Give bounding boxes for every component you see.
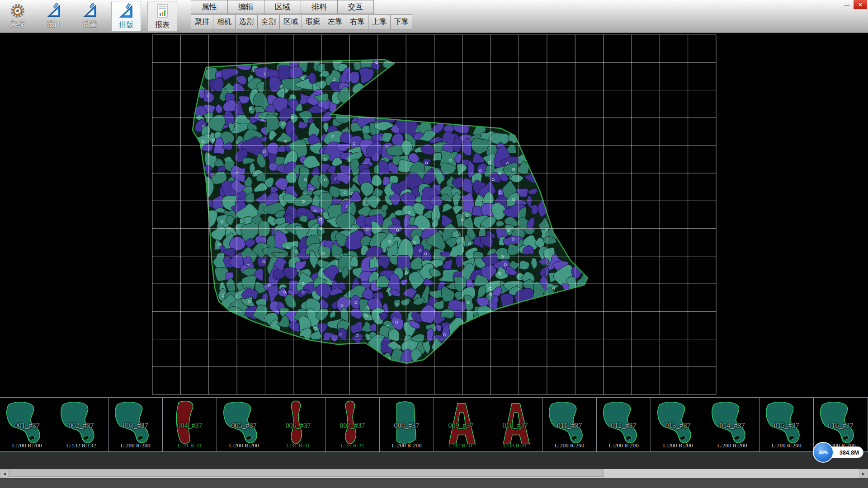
piece-meta: L:31 R:31	[163, 442, 217, 449]
tool-button-3[interactable]: 全割	[257, 14, 279, 29]
gear-icon	[9, 2, 26, 19]
piece-name: 004_#37	[163, 422, 217, 430]
piece-name: 011_#37	[542, 422, 596, 430]
piece-meta: L:31 R:31	[326, 442, 379, 449]
top-toolbar: 系统设计设置排版报表 属性编辑区域排料交互 聚排相机选割全割区域瑕疵左靠右靠上靠…	[0, 0, 868, 33]
piece-meta: L:132 R:132	[54, 442, 108, 449]
toolbar-button-label: 设计	[47, 20, 61, 29]
toolbar-layout-button[interactable]: 排版	[111, 1, 141, 32]
application-window: 系统设计设置排版报表 属性编辑区域排料交互 聚排相机选割全割区域瑕疵左靠右靠上靠…	[0, 0, 868, 488]
piece-name: 016_#37	[814, 422, 868, 430]
report-icon	[154, 3, 171, 20]
piece-name: 010_#37	[488, 422, 542, 430]
piece-cell[interactable]: 013_#37L:200 R:200	[651, 398, 705, 451]
toolbar-button-label: 排版	[119, 20, 133, 30]
piece-cell[interactable]: 006_#37L:31 R:31	[271, 398, 326, 451]
piece-meta: L:200 R:200	[760, 442, 813, 449]
tool-button-5[interactable]: 瑕疵	[302, 14, 324, 29]
piece-name: 006_#37	[271, 422, 325, 430]
piece-meta: L:200 R:200	[542, 442, 596, 449]
piece-name: 013_#37	[651, 422, 705, 430]
memory-usage-value: 384.8M	[840, 449, 859, 456]
status-bar	[0, 452, 868, 469]
piece-name: 009_#37	[434, 422, 488, 430]
piece-name: 003_#37	[108, 422, 162, 430]
minimize-button[interactable]: —	[840, 0, 854, 9]
set-square-icon	[118, 3, 135, 20]
menu-tab-3[interactable]: 排料	[301, 0, 337, 14]
tool-button-9[interactable]: 下靠	[390, 14, 412, 29]
toolbar-design-button[interactable]: 设计	[39, 1, 69, 32]
menu-block: 属性编辑区域排料交互 聚排相机选割全割区域瑕疵左靠右靠上靠下靠	[191, 0, 412, 29]
nesting-canvas[interactable]	[0, 33, 868, 397]
menu-tab-2[interactable]: 区域	[264, 0, 301, 14]
piece-cell[interactable]: 014_#37L:200 R:200	[705, 398, 760, 451]
tool-button-6[interactable]: 左靠	[324, 14, 346, 29]
tool-button-7[interactable]: 右靠	[346, 14, 368, 29]
usage-percent-badge: 38%	[813, 442, 834, 463]
piece-cell[interactable]: 002_#37L:132 R:132	[54, 398, 108, 451]
toolbar-button-label: 报表	[155, 20, 170, 30]
piece-meta: L:200 R:200	[108, 442, 162, 449]
scroll-right-arrow-icon[interactable]: ►	[859, 469, 868, 478]
toolbar-button-label: 设置	[83, 20, 97, 29]
toolbar-button-label: 系统	[10, 20, 25, 29]
piece-meta: L:200 R:200	[217, 442, 271, 449]
piece-cell[interactable]: 015_#37L:200 R:200	[760, 398, 814, 451]
tool-button-2[interactable]: 选割	[235, 14, 257, 29]
menu-tab-4[interactable]: 交互	[337, 0, 374, 14]
tool-button-row: 聚排相机选割全割区域瑕疵左靠右靠上靠下靠	[191, 14, 412, 29]
piece-cell[interactable]: 012_#37L:200 R:200	[597, 398, 651, 451]
piece-cell[interactable]: 011_#37L:200 R:200	[542, 398, 597, 451]
menu-tabs: 属性编辑区域排料交互	[191, 0, 412, 14]
menu-tab-1[interactable]: 编辑	[227, 0, 264, 14]
piece-name: 015_#37	[760, 422, 813, 430]
piece-meta: L:32 R:31	[434, 442, 488, 449]
piece-name: 002_#37	[54, 422, 108, 430]
piece-meta: L:200 R:200	[380, 442, 434, 449]
piece-name: 005_#37	[217, 422, 271, 430]
scrollbar-track[interactable]	[9, 469, 859, 478]
piece-cell[interactable]: 004_#37L:31 R:31	[163, 398, 217, 451]
piece-cell[interactable]: 007_#37L:31 R:31	[326, 398, 380, 451]
window-controls: — ✕	[840, 0, 867, 9]
piece-name: 012_#37	[597, 422, 651, 430]
piece-name: 014_#37	[705, 422, 759, 430]
piece-meta: L:33 R:31	[488, 442, 542, 449]
piece-cell[interactable]: 003_#37L:200 R:200	[108, 398, 163, 451]
pieces-strip: 001_#37L:700 R:700002_#37L:132 R:132003_…	[0, 397, 868, 452]
scroll-left-arrow-icon[interactable]: ◄	[0, 469, 9, 478]
piece-cell[interactable]: 010_#37L:33 R:31	[488, 398, 542, 451]
set-square-icon	[45, 2, 62, 19]
usage-percent-value: 38%	[818, 450, 828, 455]
main-toolbar: 系统设计设置排版报表	[3, 1, 177, 33]
piece-name: 007_#37	[326, 422, 379, 430]
piece-cell[interactable]: 001_#37L:700 R:700	[0, 398, 54, 451]
toolbar-system-button[interactable]: 系统	[3, 1, 33, 32]
tool-button-1[interactable]: 相机	[213, 14, 235, 29]
toolbar-report-button[interactable]: 报表	[147, 1, 177, 32]
piece-meta: L:700 R:700	[0, 442, 54, 449]
scrollbar-thumb[interactable]	[9, 469, 604, 477]
bottom-filler	[0, 478, 868, 488]
toolbar-settings-button[interactable]: 设置	[75, 1, 105, 32]
horizontal-scrollbar[interactable]: ◄ ►	[0, 469, 868, 478]
piece-meta: L:200 R:200	[597, 442, 651, 449]
piece-meta: L:31 R:31	[271, 442, 325, 449]
close-button[interactable]: ✕	[854, 0, 867, 9]
piece-cell[interactable]: 008_#37L:200 R:200	[380, 398, 434, 451]
grid-layer	[152, 35, 716, 394]
piece-cell[interactable]: 009_#37L:32 R:31	[434, 398, 488, 451]
tool-button-0[interactable]: 聚排	[191, 14, 213, 29]
set-square-icon	[81, 2, 99, 19]
piece-meta: L:200 R:200	[705, 442, 759, 449]
canvas-svg	[0, 33, 868, 397]
piece-meta: L:200 R:200	[651, 442, 705, 449]
piece-name: 008_#37	[380, 422, 434, 430]
piece-cell[interactable]: 005_#37L:200 R:200	[217, 398, 271, 451]
menu-tab-0[interactable]: 属性	[191, 0, 227, 14]
piece-name: 001_#37	[0, 422, 54, 430]
tool-button-4[interactable]: 区域	[279, 14, 302, 29]
tool-button-8[interactable]: 上靠	[368, 14, 390, 29]
